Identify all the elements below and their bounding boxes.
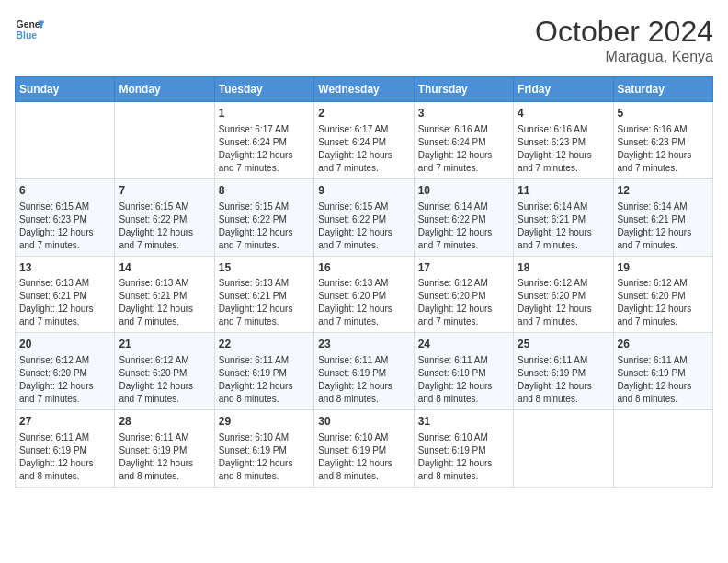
day-info: Sunrise: 6:11 AMSunset: 6:19 PMDaylight:… xyxy=(219,354,310,406)
weekday-header-cell: Wednesday xyxy=(314,77,414,102)
day-info: Sunrise: 6:11 AMSunset: 6:19 PMDaylight:… xyxy=(318,354,409,406)
day-info: Sunrise: 6:15 AMSunset: 6:22 PMDaylight:… xyxy=(318,201,409,252)
calendar-cell: 27Sunrise: 6:11 AMSunset: 6:19 PMDayligh… xyxy=(16,410,115,488)
day-info: Sunrise: 6:12 AMSunset: 6:20 PMDaylight:… xyxy=(618,277,709,328)
weekday-header-cell: Friday xyxy=(514,77,613,102)
weekday-header-cell: Saturday xyxy=(613,77,712,102)
calendar-cell: 25Sunrise: 6:11 AMSunset: 6:19 PMDayligh… xyxy=(514,333,613,410)
day-info: Sunrise: 6:15 AMSunset: 6:22 PMDaylight:… xyxy=(119,201,210,252)
day-number: 13 xyxy=(19,260,110,276)
day-number: 1 xyxy=(219,106,310,121)
day-info: Sunrise: 6:10 AMSunset: 6:19 PMDaylight:… xyxy=(418,431,509,483)
calendar-cell: 11Sunrise: 6:14 AMSunset: 6:21 PMDayligh… xyxy=(514,178,613,256)
day-info: Sunrise: 6:10 AMSunset: 6:19 PMDaylight:… xyxy=(318,431,409,483)
day-info: Sunrise: 6:16 AMSunset: 6:23 PMDaylight:… xyxy=(618,123,709,175)
weekday-header-cell: Sunday xyxy=(16,77,115,102)
day-info: Sunrise: 6:11 AMSunset: 6:19 PMDaylight:… xyxy=(418,354,509,406)
calendar-cell xyxy=(16,102,115,179)
calendar-body: 1Sunrise: 6:17 AMSunset: 6:24 PMDaylight… xyxy=(16,102,713,488)
calendar-cell: 10Sunrise: 6:14 AMSunset: 6:22 PMDayligh… xyxy=(414,178,513,256)
day-info: Sunrise: 6:14 AMSunset: 6:21 PMDaylight:… xyxy=(518,201,609,252)
day-info: Sunrise: 6:15 AMSunset: 6:23 PMDaylight:… xyxy=(19,201,110,252)
calendar-cell xyxy=(115,102,214,179)
calendar-cell: 17Sunrise: 6:12 AMSunset: 6:20 PMDayligh… xyxy=(414,256,513,333)
day-info: Sunrise: 6:12 AMSunset: 6:20 PMDaylight:… xyxy=(418,277,509,328)
day-number: 30 xyxy=(318,414,409,430)
day-number: 24 xyxy=(418,337,509,352)
day-number: 5 xyxy=(618,106,709,121)
day-number: 26 xyxy=(618,337,709,352)
calendar-cell: 16Sunrise: 6:13 AMSunset: 6:20 PMDayligh… xyxy=(314,256,414,333)
day-number: 11 xyxy=(518,183,609,199)
day-info: Sunrise: 6:13 AMSunset: 6:21 PMDaylight:… xyxy=(219,277,310,328)
calendar-cell: 8Sunrise: 6:15 AMSunset: 6:22 PMDaylight… xyxy=(214,178,313,256)
logo: General Blue xyxy=(15,15,44,44)
day-info: Sunrise: 6:15 AMSunset: 6:22 PMDaylight:… xyxy=(219,201,310,252)
calendar-cell: 22Sunrise: 6:11 AMSunset: 6:19 PMDayligh… xyxy=(214,333,313,410)
day-info: Sunrise: 6:16 AMSunset: 6:23 PMDaylight:… xyxy=(518,123,609,175)
day-number: 25 xyxy=(518,337,609,352)
day-number: 18 xyxy=(518,260,609,276)
day-number: 20 xyxy=(19,337,110,352)
calendar-cell: 29Sunrise: 6:10 AMSunset: 6:19 PMDayligh… xyxy=(214,410,313,488)
title-area: October 2024 Maragua, Kenya xyxy=(535,15,713,65)
calendar-week-row: 27Sunrise: 6:11 AMSunset: 6:19 PMDayligh… xyxy=(16,410,713,488)
calendar-cell: 19Sunrise: 6:12 AMSunset: 6:20 PMDayligh… xyxy=(613,256,712,333)
calendar-cell: 7Sunrise: 6:15 AMSunset: 6:22 PMDaylight… xyxy=(115,178,214,256)
svg-text:Blue: Blue xyxy=(17,30,38,40)
day-number: 2 xyxy=(318,106,409,121)
day-info: Sunrise: 6:12 AMSunset: 6:20 PMDaylight:… xyxy=(518,277,609,328)
calendar-cell: 5Sunrise: 6:16 AMSunset: 6:23 PMDaylight… xyxy=(613,102,712,179)
calendar-cell: 9Sunrise: 6:15 AMSunset: 6:22 PMDaylight… xyxy=(314,178,414,256)
day-number: 22 xyxy=(219,337,310,352)
weekday-header-row: SundayMondayTuesdayWednesdayThursdayFrid… xyxy=(16,77,713,102)
day-info: Sunrise: 6:14 AMSunset: 6:21 PMDaylight:… xyxy=(618,201,709,252)
weekday-header-cell: Tuesday xyxy=(214,77,313,102)
day-info: Sunrise: 6:11 AMSunset: 6:19 PMDaylight:… xyxy=(19,431,110,483)
calendar-table: SundayMondayTuesdayWednesdayThursdayFrid… xyxy=(15,76,713,488)
calendar-cell: 6Sunrise: 6:15 AMSunset: 6:23 PMDaylight… xyxy=(16,178,115,256)
day-number: 8 xyxy=(219,183,310,199)
calendar-cell xyxy=(613,410,712,488)
day-number: 12 xyxy=(618,183,709,199)
day-number: 21 xyxy=(119,337,210,352)
calendar-cell: 24Sunrise: 6:11 AMSunset: 6:19 PMDayligh… xyxy=(414,333,513,410)
calendar-cell: 15Sunrise: 6:13 AMSunset: 6:21 PMDayligh… xyxy=(214,256,313,333)
day-number: 16 xyxy=(318,260,409,276)
day-number: 6 xyxy=(19,183,110,199)
day-number: 31 xyxy=(418,414,509,430)
day-number: 10 xyxy=(418,183,509,199)
day-info: Sunrise: 6:13 AMSunset: 6:20 PMDaylight:… xyxy=(318,277,409,328)
day-info: Sunrise: 6:12 AMSunset: 6:20 PMDaylight:… xyxy=(119,354,210,406)
day-number: 19 xyxy=(618,260,709,276)
calendar-week-row: 20Sunrise: 6:12 AMSunset: 6:20 PMDayligh… xyxy=(16,333,713,410)
calendar-week-row: 6Sunrise: 6:15 AMSunset: 6:23 PMDaylight… xyxy=(16,178,713,256)
day-info: Sunrise: 6:12 AMSunset: 6:20 PMDaylight:… xyxy=(19,354,110,406)
calendar-cell: 12Sunrise: 6:14 AMSunset: 6:21 PMDayligh… xyxy=(613,178,712,256)
day-number: 9 xyxy=(318,183,409,199)
calendar-cell: 13Sunrise: 6:13 AMSunset: 6:21 PMDayligh… xyxy=(16,256,115,333)
day-number: 23 xyxy=(318,337,409,352)
calendar-week-row: 1Sunrise: 6:17 AMSunset: 6:24 PMDaylight… xyxy=(16,102,713,179)
day-info: Sunrise: 6:11 AMSunset: 6:19 PMDaylight:… xyxy=(518,354,609,406)
day-info: Sunrise: 6:11 AMSunset: 6:19 PMDaylight:… xyxy=(618,354,709,406)
weekday-header-cell: Monday xyxy=(115,77,214,102)
calendar-cell: 14Sunrise: 6:13 AMSunset: 6:21 PMDayligh… xyxy=(115,256,214,333)
calendar-cell: 31Sunrise: 6:10 AMSunset: 6:19 PMDayligh… xyxy=(414,410,513,488)
calendar-cell: 28Sunrise: 6:11 AMSunset: 6:19 PMDayligh… xyxy=(115,410,214,488)
calendar-cell: 20Sunrise: 6:12 AMSunset: 6:20 PMDayligh… xyxy=(16,333,115,410)
day-number: 7 xyxy=(119,183,210,199)
day-info: Sunrise: 6:10 AMSunset: 6:19 PMDaylight:… xyxy=(219,431,310,483)
location-title: Maragua, Kenya xyxy=(535,49,713,65)
day-info: Sunrise: 6:13 AMSunset: 6:21 PMDaylight:… xyxy=(119,277,210,328)
day-info: Sunrise: 6:16 AMSunset: 6:24 PMDaylight:… xyxy=(418,123,509,175)
header: General Blue October 2024 Maragua, Kenya xyxy=(15,15,713,65)
calendar-cell: 18Sunrise: 6:12 AMSunset: 6:20 PMDayligh… xyxy=(514,256,613,333)
day-number: 14 xyxy=(119,260,210,276)
calendar-cell: 23Sunrise: 6:11 AMSunset: 6:19 PMDayligh… xyxy=(314,333,414,410)
calendar-cell: 3Sunrise: 6:16 AMSunset: 6:24 PMDaylight… xyxy=(414,102,513,179)
day-info: Sunrise: 6:17 AMSunset: 6:24 PMDaylight:… xyxy=(219,123,310,175)
calendar-cell: 21Sunrise: 6:12 AMSunset: 6:20 PMDayligh… xyxy=(115,333,214,410)
month-title: October 2024 xyxy=(535,15,713,49)
calendar-week-row: 13Sunrise: 6:13 AMSunset: 6:21 PMDayligh… xyxy=(16,256,713,333)
